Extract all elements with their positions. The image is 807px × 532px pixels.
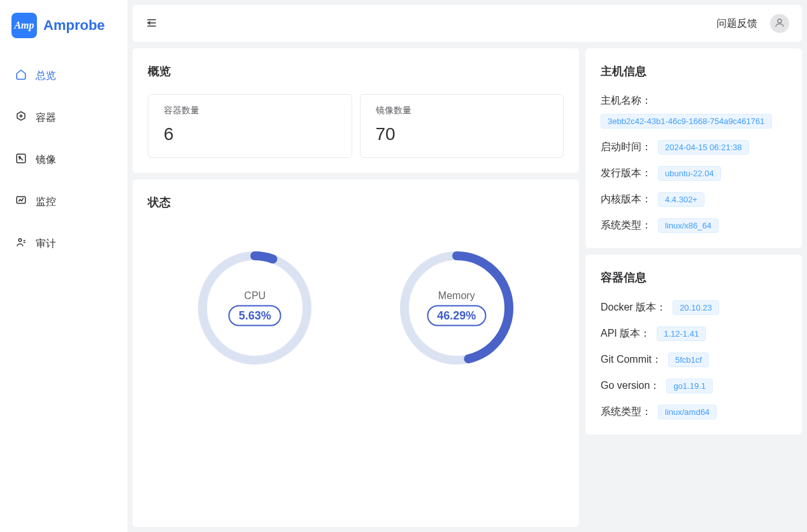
info-row: 发行版本：ubuntu-22.04 (601, 166, 787, 181)
info-row: 系统类型：linux/amd64 (601, 405, 787, 419)
info-value: ubuntu-22.04 (658, 166, 721, 181)
info-value: 3ebb2c42-43b1-46c9-1668-754a9c461761 (601, 114, 772, 129)
info-key: 发行版本： (601, 167, 652, 180)
status-title: 状态 (148, 195, 564, 210)
info-value: 1.12-1.41 (657, 326, 706, 341)
info-row: 启动时间：2024-04-15 06:21:38 (601, 140, 787, 155)
info-row: Git Commit：5fcb1cf (601, 353, 787, 367)
stat-value: 6 (164, 124, 336, 144)
svg-point-0 (20, 115, 22, 117)
info-value: linux/x86_64 (658, 218, 718, 233)
info-row: 主机名称：3ebb2c42-43b1-46c9-1668-754a9c46176… (601, 94, 787, 129)
logo-icon: Amp (11, 13, 37, 38)
info-value: 4.4.302+ (658, 192, 704, 207)
sidebar-item-monitor[interactable]: 监控 (0, 181, 127, 223)
monitor-icon (15, 195, 27, 209)
info-key: 启动时间： (601, 141, 652, 154)
info-key: Docker 版本： (601, 301, 666, 314)
logo[interactable]: Amp Amprobe (0, 6, 127, 50)
feedback-link[interactable]: 问题反馈 (717, 17, 757, 31)
info-value: linux/amd64 (658, 405, 717, 419)
info-key: 系统类型： (601, 405, 652, 419)
stat-label: 容器数量 (164, 105, 336, 116)
home-icon (15, 69, 27, 83)
info-key: Git Commit： (601, 353, 662, 367)
sidebar-item-label: 监控 (36, 195, 56, 209)
gauge-cpu: CPU 5.63% (191, 244, 318, 372)
overview-card: 概览 容器数量 6 镜像数量 70 (132, 48, 579, 173)
info-row: 系统类型：linux/x86_64 (601, 218, 787, 233)
stat-value: 70 (376, 124, 548, 144)
sidebar-item-label: 容器 (36, 111, 56, 125)
info-value: 5fcb1cf (668, 353, 709, 367)
sidebar-item-label: 总览 (36, 69, 56, 83)
svg-point-2 (19, 157, 20, 158)
host-info-title: 主机信息 (601, 64, 787, 79)
nav-menu: 总览 容器 镜像 监控 审计 (0, 50, 127, 270)
sidebar-item-image[interactable]: 镜像 (0, 139, 127, 181)
container-info-title: 容器信息 (601, 270, 787, 285)
info-row: API 版本：1.12-1.41 (601, 326, 787, 341)
container-icon (15, 111, 27, 125)
sidebar-item-overview[interactable]: 总览 (0, 55, 127, 97)
status-card: 状态 CPU 5.63% (132, 179, 579, 527)
info-row: 内核版本：4.4.302+ (601, 192, 787, 207)
gauge-label: CPU (229, 290, 282, 302)
host-info-card: 主机信息 主机名称：3ebb2c42-43b1-46c9-1668-754a9c… (585, 48, 802, 248)
gauge-memory: Memory 46.29% (393, 244, 520, 372)
info-key: Go version： (601, 379, 660, 393)
info-key: 主机名称： (601, 94, 652, 108)
image-icon (15, 153, 27, 167)
stat-card-containers: 容器数量 6 (148, 94, 352, 158)
avatar[interactable] (770, 14, 789, 33)
info-key: 系统类型： (601, 219, 652, 232)
svg-point-5 (778, 19, 782, 23)
info-value: 2024-04-15 06:21:38 (658, 140, 749, 155)
info-key: API 版本： (601, 327, 650, 340)
sidebar-item-label: 审计 (36, 237, 56, 251)
info-row: Docker 版本：20.10.23 (601, 300, 787, 315)
svg-point-4 (18, 239, 22, 242)
stat-card-images: 镜像数量 70 (360, 94, 564, 158)
container-info-card: 容器信息 Docker 版本：20.10.23API 版本：1.12-1.41G… (585, 255, 802, 435)
gauge-label: Memory (427, 290, 486, 302)
stat-label: 镜像数量 (376, 105, 548, 116)
sidebar-item-label: 镜像 (36, 153, 56, 167)
info-key: 内核版本： (601, 193, 652, 206)
collapse-sidebar-button[interactable] (145, 17, 158, 31)
overview-title: 概览 (148, 64, 564, 79)
audit-icon (15, 237, 27, 251)
info-value: 20.10.23 (673, 300, 719, 315)
info-row: Go version：go1.19.1 (601, 379, 787, 393)
sidebar-item-container[interactable]: 容器 (0, 97, 127, 139)
gauge-value: 46.29% (427, 305, 486, 326)
user-icon (774, 17, 785, 31)
gauge-value: 5.63% (229, 305, 282, 326)
sidebar: Amp Amprobe 总览 容器 镜像 监控 审计 (0, 0, 127, 532)
app-name: Amprobe (43, 17, 105, 34)
info-value: go1.19.1 (666, 379, 713, 393)
header: 问题反馈 (132, 5, 802, 42)
sidebar-item-audit[interactable]: 审计 (0, 223, 127, 265)
